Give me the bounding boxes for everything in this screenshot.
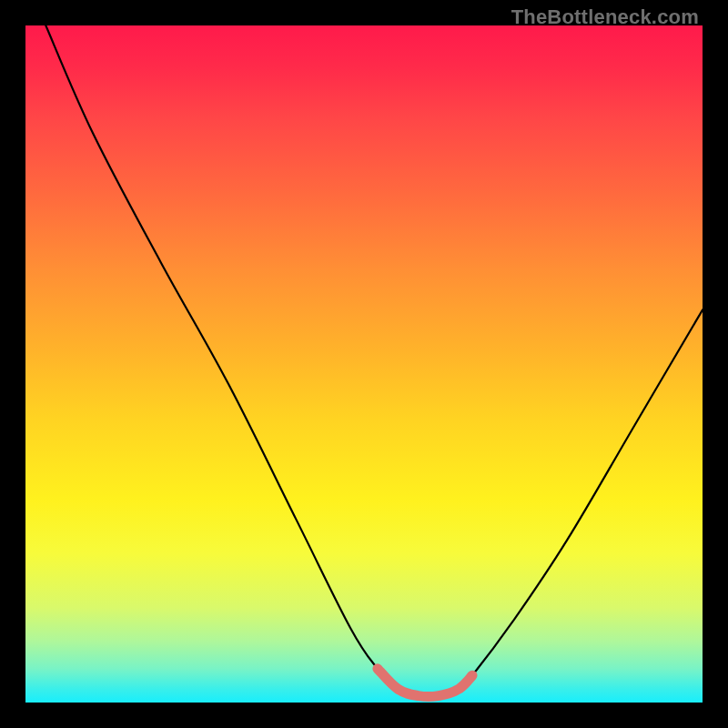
- plot-area: [25, 25, 703, 703]
- chart-frame: TheBottleneck.com: [0, 0, 728, 728]
- bottleneck-curve-svg: [25, 25, 703, 703]
- curve-highlight-path: [378, 669, 472, 697]
- curve-main-path: [46, 25, 703, 697]
